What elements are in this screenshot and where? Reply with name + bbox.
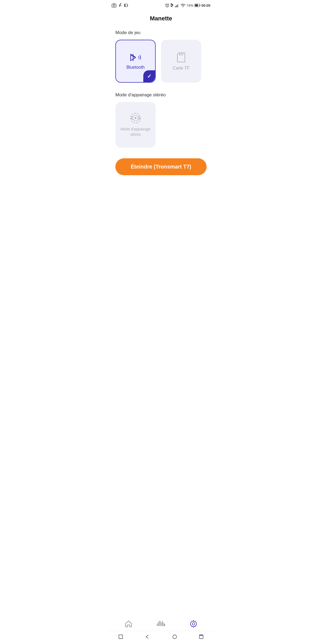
svg-rect-16 — [178, 3, 179, 7]
svg-rect-2 — [113, 3, 115, 4]
svg-rect-19 — [200, 5, 200, 6]
svg-line-11 — [168, 4, 169, 4]
play-mode-section: Mode de jeu Bluetooth — [115, 30, 207, 83]
status-icons-right: 74% 00:05 — [165, 3, 210, 8]
svg-rect-15 — [177, 5, 178, 7]
svg-line-9 — [167, 6, 168, 6]
content-area: Mode de jeu Bluetooth — [107, 30, 215, 175]
alarm-icon — [165, 3, 169, 8]
page-title: Manette — [107, 10, 215, 30]
svg-point-3 — [120, 3, 121, 4]
svg-rect-6 — [125, 5, 126, 6]
wifi-icon — [181, 3, 185, 7]
photo-icon — [112, 3, 116, 8]
battery-icon — [195, 3, 200, 7]
power-button[interactable]: Éteindre (Tronsmart T7) — [115, 158, 207, 175]
svg-rect-20 — [195, 4, 198, 6]
status-icons-left — [112, 3, 128, 8]
stereo-mode-section: Mode d'appairage stéréo Mode d'appairage… — [115, 92, 207, 148]
bluetooth-card[interactable]: Bluetooth — [115, 40, 156, 83]
battery-low-icon — [124, 3, 128, 7]
stereo-mode-label: Mode d'appairage stéréo — [115, 92, 207, 98]
bluetooth-icon — [129, 53, 137, 62]
status-bar: 74% 00:05 — [107, 0, 215, 10]
stereo-mode-cards: Mode d'appairage stéréo — [115, 102, 207, 148]
play-mode-label: Mode de jeu — [115, 30, 207, 35]
stereo-pairing-icon — [130, 112, 141, 124]
carte-tf-card-label: Carte TF — [173, 66, 190, 71]
stereo-pairing-label: Mode d'appairage stéréo — [115, 127, 156, 137]
svg-rect-0 — [112, 4, 116, 7]
bluetooth-icon-group — [129, 53, 142, 62]
svg-point-27 — [135, 117, 136, 119]
svg-point-17 — [183, 7, 183, 7]
carte-tf-icon — [176, 52, 186, 63]
svg-line-10 — [166, 4, 166, 4]
stereo-pairing-card[interactable]: Mode d'appairage stéréo — [115, 102, 156, 148]
signal-icon — [175, 3, 180, 7]
bluetooth-selected-badge — [143, 70, 155, 82]
svg-rect-5 — [127, 5, 128, 6]
svg-point-1 — [113, 5, 115, 6]
svg-rect-13 — [175, 6, 176, 7]
status-time: 00:05 — [202, 3, 210, 8]
sound-waves-icon — [138, 54, 142, 61]
carte-tf-card[interactable]: Carte TF — [161, 40, 201, 83]
runner-icon — [118, 3, 122, 8]
bluetooth-card-label: Bluetooth — [126, 65, 145, 70]
svg-rect-14 — [176, 5, 177, 7]
play-mode-cards: Bluetooth Carte TF — [115, 40, 207, 83]
battery-percent: 74% — [186, 3, 193, 8]
bluetooth-status-icon — [170, 3, 174, 8]
